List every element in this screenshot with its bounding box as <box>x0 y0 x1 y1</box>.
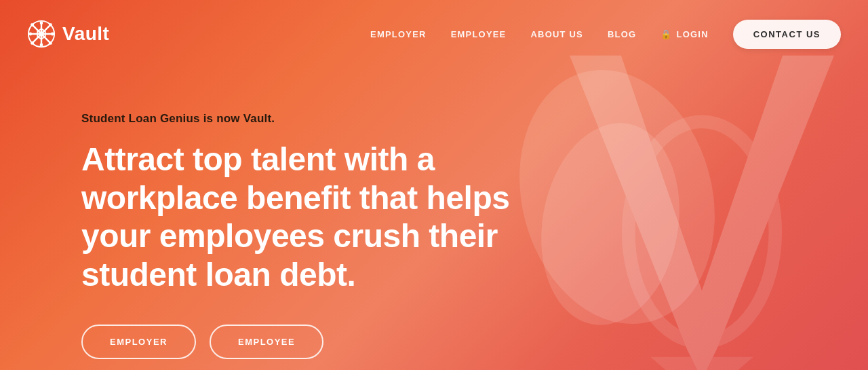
vault-logo-icon <box>27 20 56 48</box>
svg-point-9 <box>40 21 43 24</box>
logo[interactable]: Vault <box>27 20 109 48</box>
svg-point-16 <box>49 41 52 45</box>
svg-point-13 <box>31 23 34 26</box>
nav-employee[interactable]: EMPLOYEE <box>451 29 507 39</box>
svg-point-15 <box>31 41 34 45</box>
svg-point-8 <box>39 31 44 37</box>
svg-point-12 <box>51 33 54 36</box>
header: Vault EMPLOYER EMPLOYEE ABOUT US BLOG 🔒 … <box>0 0 868 68</box>
svg-point-11 <box>28 33 32 36</box>
logo-text: Vault <box>62 23 109 45</box>
contact-us-button[interactable]: CONTACT US <box>733 20 841 49</box>
hero-content: Student Loan Genius is now Vault. Attrac… <box>81 112 556 359</box>
hero-section: Vault EMPLOYER EMPLOYEE ABOUT US BLOG 🔒 … <box>0 0 868 370</box>
nav-employer[interactable]: EMPLOYER <box>370 29 427 39</box>
nav-login[interactable]: 🔒 LOGIN <box>660 29 708 39</box>
svg-marker-1 <box>650 357 753 370</box>
main-nav: EMPLOYER EMPLOYEE ABOUT US BLOG 🔒 LOGIN … <box>370 20 841 49</box>
hero-headline: Attract top talent with a workplace bene… <box>81 141 556 295</box>
svg-point-14 <box>49 23 52 26</box>
login-label: LOGIN <box>677 29 709 39</box>
svg-point-10 <box>40 43 43 47</box>
nav-blog[interactable]: BLOG <box>608 29 636 39</box>
nav-about[interactable]: ABOUT US <box>531 29 584 39</box>
lock-icon: 🔒 <box>660 29 672 39</box>
cta-employer-button[interactable]: EMPLOYER <box>81 325 196 359</box>
cta-employee-button[interactable]: EMPLOYEE <box>210 325 323 359</box>
cta-buttons: EMPLOYER EMPLOYEE <box>81 325 556 359</box>
hero-subtitle: Student Loan Genius is now Vault. <box>81 112 556 126</box>
